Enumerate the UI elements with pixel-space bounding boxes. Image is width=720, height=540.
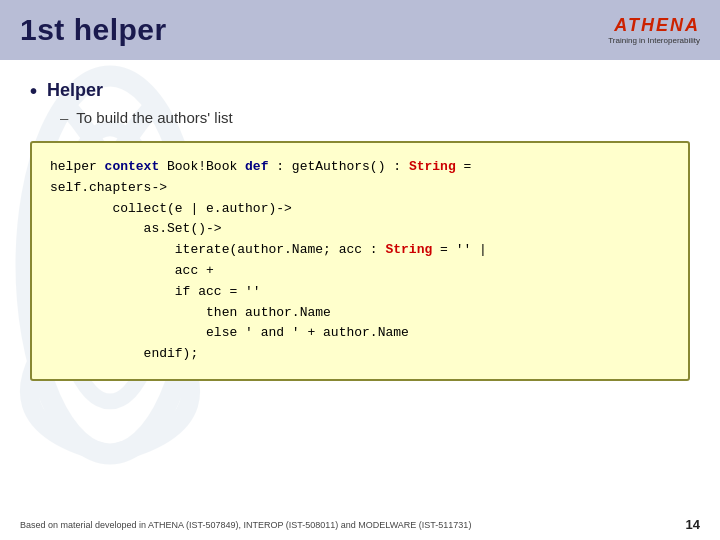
sub-label: To build the authors' list <box>76 109 232 126</box>
code-line-3: collect(e | e.author)-> <box>50 199 670 220</box>
code-text: = <box>456 159 472 174</box>
code-line-1: helper context Book!Book def : getAuthor… <box>50 157 670 178</box>
code-line-6: acc + <box>50 261 670 282</box>
footer: Based on material developed in ATHENA (I… <box>0 517 720 532</box>
code-line-2: self.chapters-> <box>50 178 670 199</box>
code-block: helper context Book!Book def : getAuthor… <box>30 141 690 381</box>
footer-text: Based on material developed in ATHENA (I… <box>20 520 686 530</box>
header: 1st helper ATHENA Training in Interopera… <box>0 0 720 60</box>
bullet-item: • Helper <box>30 80 690 103</box>
code-keyword-def: def <box>245 159 268 174</box>
bullet-section: • Helper – To build the authors' list <box>30 80 690 126</box>
sub-dash: – <box>60 109 68 126</box>
page-title: 1st helper <box>20 13 167 47</box>
code-text: : getAuthors() : <box>268 159 408 174</box>
code-type-string: String <box>409 159 456 174</box>
logo-area: ATHENA Training in Interoperability <box>608 15 700 45</box>
code-line-4: as.Set()-> <box>50 219 670 240</box>
code-line-5: iterate(author.Name; acc : String = '' | <box>50 240 670 261</box>
code-text: helper <box>50 159 105 174</box>
code-line-10: endif); <box>50 344 670 365</box>
sub-item: – To build the authors' list <box>60 109 690 126</box>
logo-name: ATHENA <box>614 15 700 36</box>
code-line-7: if acc = '' <box>50 282 670 303</box>
bullet-dot: • <box>30 80 37 103</box>
main-content: • Helper – To build the authors' list he… <box>0 60 720 406</box>
code-type-string2: String <box>385 242 432 257</box>
code-text: Book!Book <box>159 159 245 174</box>
footer-page-number: 14 <box>686 517 700 532</box>
logo-subtitle: Training in Interoperability <box>608 36 700 45</box>
code-line-8: then author.Name <box>50 303 670 324</box>
bullet-label: Helper <box>47 80 103 101</box>
code-keyword-context: context <box>105 159 160 174</box>
code-line-9: else ' and ' + author.Name <box>50 323 670 344</box>
